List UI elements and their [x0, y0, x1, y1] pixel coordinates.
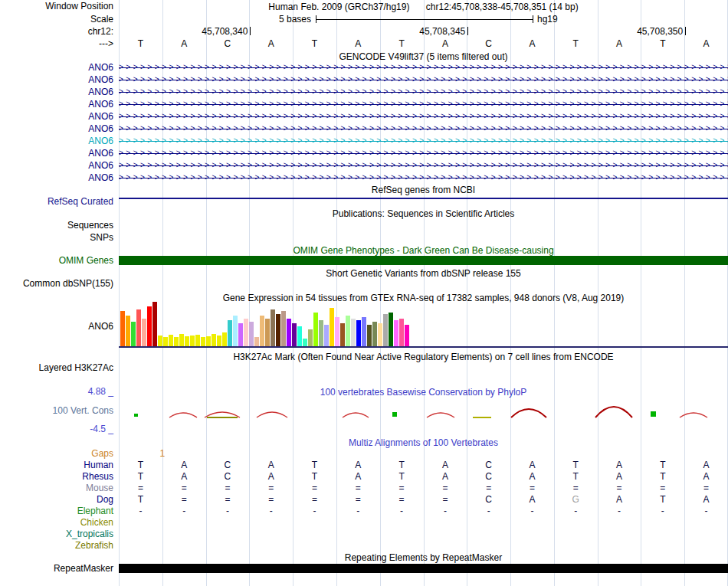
species-label[interactable]: Chicken: [0, 517, 113, 529]
alignment-base: A: [598, 494, 641, 506]
conservation-mark: [427, 413, 454, 417]
alignment-base: A: [510, 471, 554, 483]
gencode-transcript-label[interactable]: ANO6: [0, 110, 113, 123]
gencode-transcript-label[interactable]: ANO6: [0, 74, 113, 86]
gencode-transcript-label[interactable]: ANO6: [0, 172, 113, 184]
gtex-bar: [281, 311, 286, 346]
alignment-row-rhesus[interactable]: RhesusTACATATACATATA: [0, 471, 728, 483]
species-label[interactable]: Rhesus: [0, 471, 113, 483]
reference-base-row: TACATATACATATA: [119, 38, 728, 49]
alignment-row-elephant[interactable]: Elephant--------------: [0, 506, 728, 517]
alignment-base: -: [162, 506, 206, 517]
transcript-intron-arrows: >>>>>>>>>>>>>>>>>>>>>>>>>>>>>>>>>>>>>>>>…: [119, 135, 728, 147]
gtex-bar: [126, 316, 130, 346]
alignment-base: A: [249, 460, 293, 471]
gencode-transcript-label[interactable]: ANO6: [0, 135, 113, 147]
alignment-row-chicken[interactable]: Chicken: [0, 517, 728, 529]
alignment-row-gaps[interactable]: Gaps1: [0, 448, 728, 460]
layered-h3k27ac-label[interactable]: Layered H3K27Ac: [0, 362, 113, 373]
position-text: chr12:45,708,338-45,708,351 (14 bp): [426, 2, 579, 12]
gtex-bar: [265, 319, 270, 346]
alignment-base: C: [467, 494, 510, 506]
vert-cons-label[interactable]: 100 Vert. Cons: [0, 405, 113, 416]
gencode-transcript-row[interactable]: ANO6>>>>>>>>>>>>>>>>>>>>>>>>>>>>>>>>>>>>…: [0, 135, 728, 147]
gencode-transcript-label[interactable]: ANO6: [0, 98, 113, 110]
alignment-row-x_tropicalis[interactable]: X_tropicalis: [0, 529, 728, 540]
gencode-transcript-row[interactable]: ANO6>>>>>>>>>>>>>>>>>>>>>>>>>>>>>>>>>>>>…: [0, 110, 728, 123]
ucsc-genome-browser: Window Position Human Feb. 2009 (GRCh37/…: [0, 0, 728, 586]
alignment-base: T: [641, 460, 684, 471]
gtex-bar: [222, 332, 227, 346]
transcript-intron-arrows: >>>>>>>>>>>>>>>>>>>>>>>>>>>>>>>>>>>>>>>>…: [119, 147, 728, 159]
species-label[interactable]: Gaps: [0, 448, 113, 460]
conservation-mark: [651, 411, 656, 417]
base-letter: C: [206, 38, 250, 49]
gtex-bar: [394, 320, 398, 346]
gtex-bar: [190, 336, 195, 346]
base-letter: A: [684, 38, 728, 49]
alignment-base: =: [249, 494, 293, 506]
species-label[interactable]: Elephant: [0, 506, 113, 517]
gencode-transcript-row[interactable]: ANO6>>>>>>>>>>>>>>>>>>>>>>>>>>>>>>>>>>>>…: [0, 74, 728, 86]
species-label[interactable]: X_tropicalis: [0, 529, 113, 540]
species-label[interactable]: Dog: [0, 494, 113, 506]
repeatmasker-bar[interactable]: [119, 564, 728, 573]
alignment-row-zebrafish[interactable]: Zebrafish: [0, 540, 728, 552]
refseq-curated-label[interactable]: RefSeq Curated: [0, 196, 113, 207]
conservation-mark: [473, 417, 491, 418]
common-dbsnp-label[interactable]: Common dbSNP(155): [0, 278, 113, 289]
gtex-bar: [378, 323, 382, 346]
base-letter: A: [162, 38, 206, 49]
gencode-transcript-label[interactable]: ANO6: [0, 61, 113, 74]
species-label[interactable]: Zebrafish: [0, 540, 113, 552]
gencode-track[interactable]: ANO6>>>>>>>>>>>>>>>>>>>>>>>>>>>>>>>>>>>>…: [0, 61, 728, 184]
gencode-transcript-row[interactable]: ANO6>>>>>>>>>>>>>>>>>>>>>>>>>>>>>>>>>>>>…: [0, 86, 728, 98]
gtex-bar: [367, 325, 372, 346]
alignment-row-human[interactable]: HumanTACATATACATATA: [0, 460, 728, 471]
gencode-transcript-row[interactable]: ANO6>>>>>>>>>>>>>>>>>>>>>>>>>>>>>>>>>>>>…: [0, 61, 728, 74]
gtex-gene-label[interactable]: ANO6: [0, 321, 113, 332]
gtex-baseline[interactable]: [119, 346, 728, 348]
alignment-base: =: [119, 483, 162, 494]
conservation-mark: [511, 409, 546, 417]
multiz-alignment-track[interactable]: Gaps1HumanTACATATACATATARhesusTACATATACA…: [0, 448, 728, 552]
multiz-title: Multiz Alignments of 100 Vertebrates: [119, 437, 728, 448]
species-label[interactable]: Mouse: [0, 483, 113, 494]
gencode-transcript-label[interactable]: ANO6: [0, 123, 113, 135]
alignment-row-mouse[interactable]: Mouse==============: [0, 483, 728, 494]
coordinate-row: 45,708,34045,708,34545,708,350: [119, 26, 728, 37]
phylop-conservation-track[interactable]: [119, 394, 728, 434]
gtex-bar: [313, 313, 318, 346]
species-label[interactable]: Human: [0, 460, 113, 471]
sequences-label[interactable]: Sequences: [0, 220, 113, 231]
alignment-base: C: [206, 471, 250, 483]
alignment-base: T: [293, 460, 336, 471]
alignment-cells: 1: [119, 448, 728, 460]
gtex-bar: [249, 322, 254, 346]
omim-gene-bar[interactable]: [119, 256, 728, 265]
gencode-transcript-row[interactable]: ANO6>>>>>>>>>>>>>>>>>>>>>>>>>>>>>>>>>>>>…: [0, 159, 728, 172]
alignment-base: =: [336, 494, 380, 506]
conservation-mark: [257, 412, 287, 417]
snps-label[interactable]: SNPs: [0, 232, 113, 243]
alignment-cells: [119, 540, 728, 552]
refseq-curated-item[interactable]: [119, 198, 728, 199]
gtex-bar: [212, 334, 216, 346]
alignment-base: =: [467, 483, 510, 494]
gtex-expression-bars[interactable]: [120, 300, 409, 346]
gencode-transcript-row[interactable]: ANO6>>>>>>>>>>>>>>>>>>>>>>>>>>>>>>>>>>>>…: [0, 123, 728, 135]
alignment-base: -: [510, 506, 554, 517]
gencode-transcript-label[interactable]: ANO6: [0, 86, 113, 98]
gtex-bar: [276, 314, 280, 346]
gencode-transcript-row[interactable]: ANO6>>>>>>>>>>>>>>>>>>>>>>>>>>>>>>>>>>>>…: [0, 98, 728, 110]
transcript-intron-arrows: >>>>>>>>>>>>>>>>>>>>>>>>>>>>>>>>>>>>>>>>…: [119, 110, 728, 123]
alignment-base: -: [598, 506, 641, 517]
base-letter: A: [249, 38, 293, 49]
gencode-transcript-label[interactable]: ANO6: [0, 159, 113, 172]
gencode-transcript-row[interactable]: ANO6>>>>>>>>>>>>>>>>>>>>>>>>>>>>>>>>>>>>…: [0, 147, 728, 159]
gencode-transcript-row[interactable]: ANO6>>>>>>>>>>>>>>>>>>>>>>>>>>>>>>>>>>>>…: [0, 172, 728, 184]
repeatmasker-label[interactable]: RepeatMasker: [0, 563, 113, 574]
alignment-row-dog[interactable]: DogT=======CAGATA: [0, 494, 728, 506]
omim-genes-label[interactable]: OMIM Genes: [0, 255, 113, 266]
gencode-transcript-label[interactable]: ANO6: [0, 147, 113, 159]
